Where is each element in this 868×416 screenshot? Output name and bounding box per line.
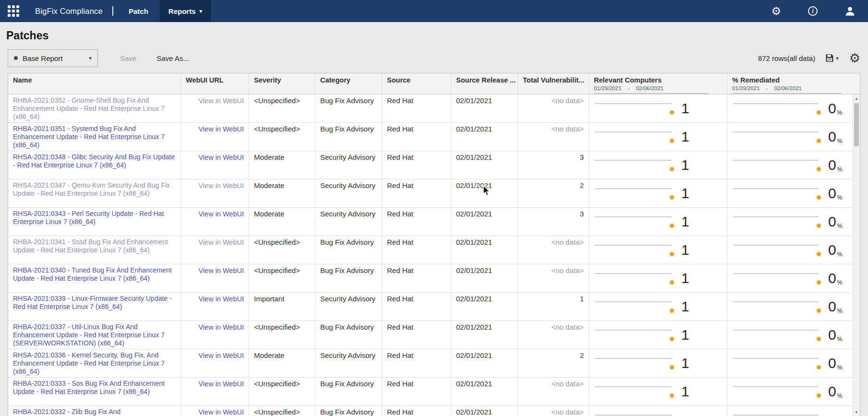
relevant-computers-value: 1	[681, 130, 689, 144]
scrollbar-thumb[interactable]	[854, 103, 859, 146]
source-cell: Red Hat	[382, 406, 451, 416]
webui-link[interactable]: View in WebUI	[198, 352, 244, 359]
remediated-cell: 0 %	[727, 95, 860, 122]
category-cell: Bug Fix Advisory	[315, 123, 382, 151]
sparkline-dot-icon	[817, 309, 821, 313]
patch-name-link[interactable]: RHSA-2021:0347 - Qemu-Kvm Security And B…	[13, 181, 176, 198]
webui-cell: View in WebUI	[181, 264, 249, 292]
name-cell: RHSA-2021:0348 - Glibc Security And Bug …	[8, 151, 181, 179]
patch-name-link[interactable]: RHSA-2021:0336 - Kernel Security, Bug Fi…	[13, 351, 176, 376]
sparkline-dot-icon	[817, 167, 821, 171]
source-cell: Red Hat	[382, 293, 451, 321]
remediated-value: 0	[828, 243, 836, 257]
patch-name-link[interactable]: RHBA-2021:0337 - Util-Linux Bug Fix And …	[13, 323, 176, 347]
settings-gear-icon[interactable]: ⚙	[771, 6, 781, 17]
sparkline-line	[595, 160, 672, 161]
total-vulnerabilities-cell: 2	[518, 349, 589, 377]
webui-link[interactable]: View in WebUI	[198, 125, 244, 133]
col-header-name[interactable]: Name	[8, 73, 181, 94]
category-cell: Security Advisory	[315, 349, 382, 377]
sparkline-line	[733, 103, 819, 104]
nav-item-reports[interactable]: Reports ▾	[160, 0, 211, 22]
col-header-relevant-computers[interactable]: Relevant Computers 01/29/2021-02/06/2021	[589, 73, 727, 94]
remediated-cell: 0 %	[727, 208, 860, 236]
remediated-cell: 0 %	[727, 378, 860, 405]
table-row: RHBA-2021:0340 - Tuned Bug Fix And Enhan…	[8, 264, 860, 293]
webui-link[interactable]: View in WebUI	[198, 238, 244, 246]
col-header-webui-url[interactable]: WebUI URL	[181, 73, 249, 94]
patch-name-link[interactable]: RHBA-2021:0332 - Zlib Bug Fix And	[13, 408, 176, 416]
webui-link[interactable]: View in WebUI	[198, 408, 244, 416]
patch-name-link[interactable]: RHBA-2021:0340 - Tuned Bug Fix And Enhan…	[13, 266, 176, 283]
percent-sign: %	[837, 392, 843, 399]
nav-item-patch[interactable]: Patch	[123, 0, 154, 22]
relevant-computers-cell: 1	[589, 123, 727, 151]
total-vulnerabilities-cell: <no data>	[518, 236, 589, 264]
severity-cell: <Unspecified>	[249, 378, 315, 405]
severity-cell: <Unspecified>	[249, 406, 315, 416]
scroll-up-icon[interactable]: ▲	[853, 95, 860, 102]
info-icon[interactable]: i	[808, 6, 818, 16]
patch-name-link[interactable]: RHBA-2021:0352 - Gnome-Shell Bug Fix And…	[13, 96, 176, 121]
col-header-total-vulnerabilities[interactable]: Total Vulnerabilit...	[518, 73, 589, 94]
save-button[interactable]: Save	[120, 54, 136, 62]
scroll-down-icon[interactable]: ▼	[853, 408, 860, 416]
sparkline-dot-icon	[817, 393, 821, 398]
patch-name-link[interactable]: RHBA-2021:0341 - Sssd Bug Fix And Enhanc…	[13, 238, 176, 254]
sparkline-dot-icon	[670, 337, 674, 341]
webui-link[interactable]: View in WebUI	[198, 154, 244, 161]
sparkline-line	[595, 216, 672, 217]
patch-name-link[interactable]: RHBA-2021:0333 - Sos Bug Fix And Enhance…	[13, 380, 176, 396]
webui-link[interactable]: View in WebUI	[198, 210, 244, 218]
table-row: RHBA-2021:0333 - Sos Bug Fix And Enhance…	[8, 378, 860, 406]
trend-sparkline	[732, 239, 823, 261]
col-header-percent-remediated[interactable]: % Remediated 01/29/2021-02/06/2021	[727, 73, 860, 94]
vertical-scrollbar[interactable]: ▲ ▼	[853, 95, 860, 416]
save-as-button[interactable]: Save As...	[157, 54, 189, 62]
relevant-computers-cell: 1	[589, 293, 727, 321]
severity-cell: <Unspecified>	[249, 95, 315, 122]
category-cell: Security Advisory	[315, 208, 382, 236]
table-row: RHSA-2021:0336 - Kernel Security, Bug Fi…	[8, 349, 860, 378]
sparkline-line	[733, 358, 819, 359]
webui-link[interactable]: View in WebUI	[198, 380, 244, 388]
webui-link[interactable]: View in WebUI	[198, 97, 244, 105]
trend-sparkline	[732, 182, 823, 204]
webui-link[interactable]: View in WebUI	[198, 295, 244, 303]
col-header-severity[interactable]: Severity	[249, 73, 315, 94]
relevant-computers-cell: 1	[589, 208, 727, 236]
patch-name-link[interactable]: RHSA-2021:0339 - Linux-Firmware Security…	[13, 295, 176, 311]
relevant-computers-cell: 1	[589, 179, 727, 207]
export-button[interactable]: ▾	[825, 53, 839, 63]
trend-sparkline	[594, 182, 676, 204]
trend-sparkline	[594, 380, 676, 403]
sparkline-line	[595, 330, 672, 331]
source-release-cell: 02/01/2021	[451, 293, 518, 321]
source-release-cell: 02/01/2021	[451, 349, 518, 377]
webui-link[interactable]: View in WebUI	[198, 323, 244, 331]
user-icon[interactable]	[844, 6, 856, 17]
table-row: RHBA-2021:0341 - Sssd Bug Fix And Enhanc…	[8, 236, 860, 264]
col-header-category[interactable]: Category	[315, 73, 382, 94]
severity-cell: Moderate	[249, 349, 315, 377]
report-selector[interactable]: Base Report ▾	[8, 49, 98, 67]
apps-grid-icon[interactable]	[8, 5, 19, 17]
relevant-computers-value: 1	[681, 243, 689, 257]
webui-link[interactable]: View in WebUI	[198, 267, 244, 274]
table-row: RHSA-2021:0347 - Qemu-Kvm Security And B…	[8, 179, 860, 208]
relevant-computers-cell	[589, 406, 727, 416]
patch-name-link[interactable]: RHSA-2021:0343 - Perl Security Update - …	[13, 210, 176, 226]
source-cell: Red Hat	[382, 236, 451, 264]
patch-name-link[interactable]: RHBA-2021:0351 - Systemd Bug Fix And Enh…	[13, 125, 176, 149]
col-header-source[interactable]: Source	[382, 73, 451, 94]
percent-sign: %	[837, 279, 843, 286]
patch-name-link[interactable]: RHSA-2021:0348 - Glibc Security And Bug …	[13, 153, 176, 169]
severity-cell: <Unspecified>	[249, 321, 315, 349]
col-header-source-release[interactable]: Source Release ...	[451, 73, 518, 94]
percent-sign: %	[837, 138, 843, 144]
remediated-cell: 0 %	[727, 236, 860, 264]
trend-sparkline	[594, 239, 676, 261]
table-body: RHBA-2021:0352 - Gnome-Shell Bug Fix And…	[8, 95, 860, 416]
table-settings-gear-icon[interactable]: ⚙	[849, 52, 860, 64]
webui-link[interactable]: View in WebUI	[198, 182, 244, 190]
